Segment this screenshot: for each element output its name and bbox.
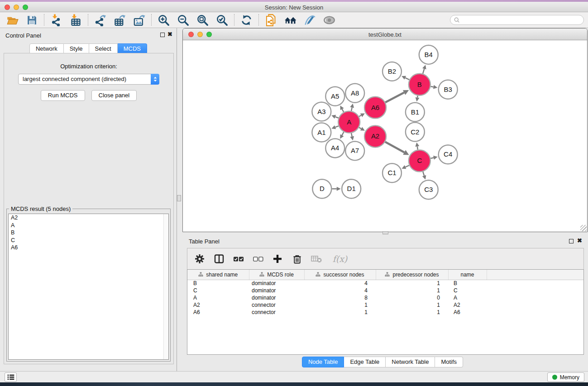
graph-edge-arrowhead — [433, 156, 438, 160]
column-header-successor-nodes[interactable]: successor nodes — [304, 270, 376, 280]
network-document-button[interactable] — [261, 13, 281, 27]
graph-edge[interactable] — [406, 165, 409, 167]
table-row[interactable]: Adominator80A — [187, 294, 583, 301]
graph-edge[interactable] — [342, 109, 344, 112]
graph-edge-arrowhead — [337, 187, 341, 191]
graph-edge-arrowhead — [422, 65, 426, 69]
graph-edge[interactable] — [359, 128, 361, 129]
graph-edge-arrowhead — [433, 85, 438, 89]
show-panels-button[interactable] — [5, 372, 17, 382]
graph-edge[interactable] — [342, 132, 344, 135]
close-panel-icon[interactable]: ✖ — [167, 31, 172, 38]
result-scrollbar[interactable] — [163, 214, 168, 359]
toolbar-separator — [44, 14, 44, 26]
graph-edge[interactable] — [351, 107, 352, 111]
tab-edge-table[interactable]: Edge Table — [344, 357, 386, 367]
result-item[interactable]: A6 — [9, 244, 168, 252]
tab-motifs[interactable]: Motifs — [435, 357, 463, 367]
table-settings-button[interactable] — [194, 253, 206, 265]
graph-edge[interactable] — [335, 117, 339, 118]
delete-row-button[interactable] — [291, 253, 303, 265]
graph-edge[interactable] — [385, 142, 404, 152]
memory-button[interactable]: Memory — [547, 372, 584, 382]
search-input[interactable] — [462, 17, 580, 23]
graph-edge[interactable] — [417, 95, 418, 97]
delete-table-button[interactable] — [311, 253, 322, 265]
export-image-button[interactable] — [129, 13, 149, 27]
zoom-fit-button[interactable] — [193, 13, 212, 27]
graph-edge[interactable] — [430, 157, 434, 158]
import-network-button[interactable] — [47, 13, 66, 27]
graph-edge[interactable] — [335, 126, 339, 127]
graph-edge[interactable] — [405, 78, 409, 80]
close-panel-button[interactable]: Close panel — [91, 90, 137, 101]
main-toolbar — [0, 12, 588, 28]
result-item[interactable]: C — [9, 237, 168, 244]
export-table-icon — [114, 14, 126, 26]
horizontal-splitter-grip[interactable] — [382, 231, 388, 234]
graph-edge[interactable] — [423, 172, 424, 176]
table-row[interactable]: Bdominator41B — [187, 280, 583, 287]
trash-icon — [292, 254, 302, 264]
zoom-in-icon — [158, 14, 170, 26]
network-window-titlebar[interactable]: testGlobe.txt — [183, 29, 587, 40]
result-item[interactable]: A — [9, 222, 168, 229]
graph-edge[interactable] — [423, 69, 424, 74]
graph-edge[interactable] — [430, 86, 433, 87]
import-table-icon — [70, 14, 82, 26]
column-header-mcds-role[interactable]: MCDS role — [249, 270, 304, 280]
table-row[interactable]: Cdominator41C — [187, 287, 583, 294]
graph-edge-arrowhead — [350, 136, 354, 141]
graph-edge-arrowhead — [415, 143, 419, 147]
control-panel: Control Panel ✖ Network Style Select MCD… — [0, 28, 177, 371]
zoom-out-button[interactable] — [173, 13, 193, 27]
column-header-shared-name[interactable]: shared name — [187, 270, 249, 280]
function-builder-button[interactable]: f(x) — [330, 253, 350, 265]
tab-network-table[interactable]: Network Table — [386, 357, 435, 367]
window-resize-grip[interactable] — [580, 225, 587, 231]
float-table-panel-icon[interactable] — [569, 239, 574, 243]
graph-edge[interactable] — [417, 147, 418, 150]
mcds-result-list: A2ABCA6 — [8, 214, 169, 360]
tab-node-table[interactable]: Node Table — [302, 357, 344, 367]
mcds-result-box: MCDS result (5 nodes) A2ABCA6 — [6, 209, 171, 362]
close-table-panel-icon[interactable]: ✖ — [577, 237, 582, 244]
table-row[interactable]: A6connector11A6 — [187, 309, 583, 316]
select-all-button[interactable] — [233, 253, 244, 265]
graph-edge[interactable] — [359, 115, 361, 117]
add-row-button[interactable] — [272, 253, 283, 265]
graph-node-label: B3 — [444, 86, 452, 93]
graph-node-label: B — [417, 81, 422, 88]
search-field[interactable] — [450, 15, 584, 25]
export-network-button[interactable] — [91, 13, 110, 27]
float-panel-icon[interactable] — [160, 33, 165, 37]
graph-node-label: C — [417, 157, 422, 164]
save-session-button[interactable] — [22, 13, 42, 27]
deselect-all-button[interactable] — [252, 253, 264, 265]
zoom-in-button[interactable] — [154, 13, 173, 27]
show-graphics-details-button[interactable] — [320, 13, 339, 27]
graph-edge[interactable] — [351, 133, 352, 137]
graph-edge[interactable] — [385, 93, 404, 103]
table-row[interactable]: A2connector11A2 — [187, 301, 583, 309]
column-header-name[interactable]: name — [448, 270, 487, 280]
application-window: Session: New Session — [0, 0, 588, 386]
column-header-predecessor-nodes[interactable]: predecessor nodes — [376, 270, 448, 280]
hide-graphics-details-button[interactable] — [300, 13, 320, 27]
network-canvas[interactable]: B4B2BB3A8A5A6A3B1AC2A1A2A4A7C4CC1DD1C3 — [183, 40, 587, 232]
apply-layout-button[interactable] — [237, 13, 256, 27]
run-mcds-button[interactable]: Run MCDS — [41, 90, 85, 101]
optimization-criterion-label: Optimization criterion: — [4, 63, 173, 70]
export-table-button[interactable] — [110, 13, 129, 27]
zoom-selected-button[interactable] — [212, 13, 232, 27]
result-item[interactable]: A2 — [9, 214, 168, 222]
import-table-button[interactable] — [66, 13, 86, 27]
result-item[interactable]: B — [9, 229, 168, 237]
network-view-window: testGlobe.txt B4B2BB3A8A5A6A3B1AC2A1A2A4… — [182, 28, 588, 232]
optimization-criterion-select[interactable]: largest connected component (directed) — [18, 74, 159, 85]
home-view-button[interactable] — [281, 13, 300, 27]
open-session-button[interactable] — [3, 13, 22, 27]
optimization-criterion-value: largest connected component (directed) — [23, 76, 126, 82]
vertical-splitter-grip[interactable] — [177, 195, 181, 201]
column-visibility-button[interactable] — [213, 253, 225, 265]
